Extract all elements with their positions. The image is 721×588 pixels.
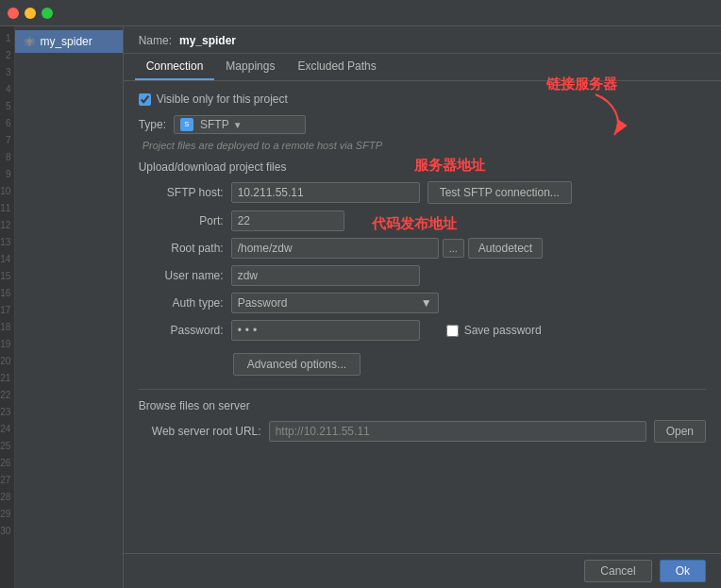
save-password-checkbox[interactable] bbox=[446, 325, 459, 337]
line-9: 9 bbox=[0, 166, 14, 183]
type-label: Type: bbox=[139, 118, 166, 131]
content-area: Name: my_spider Connection Mappings Excl… bbox=[124, 26, 721, 588]
browse-button[interactable]: ... bbox=[443, 239, 464, 258]
line-14: 14 bbox=[0, 251, 14, 268]
line-27: 27 bbox=[0, 472, 14, 489]
auth-type-select[interactable]: Password ▼ bbox=[231, 293, 439, 313]
sidebar-item-my-spider[interactable]: 🕷 my_spider bbox=[15, 30, 122, 53]
line-29: 29 bbox=[0, 506, 14, 523]
line-25: 25 bbox=[0, 438, 14, 455]
sidebar: 🕷 my_spider bbox=[15, 26, 123, 588]
user-name-row: User name: bbox=[139, 265, 706, 286]
line-numbers: 1 2 3 4 5 6 7 8 9 10 11 12 13 14 15 16 1… bbox=[0, 26, 15, 588]
root-path-group: ... Autodetect bbox=[231, 238, 544, 259]
open-button[interactable]: Open bbox=[654, 420, 706, 443]
port-input[interactable] bbox=[231, 210, 344, 231]
line-17: 17 bbox=[0, 302, 14, 319]
line-6: 6 bbox=[0, 115, 14, 132]
line-13: 13 bbox=[0, 234, 14, 251]
password-row: Password: Save password bbox=[139, 320, 706, 341]
line-3: 3 bbox=[0, 64, 14, 81]
auth-type-value: Password bbox=[238, 296, 288, 310]
line-18: 18 bbox=[0, 319, 14, 336]
line-4: 4 bbox=[0, 81, 14, 98]
line-5: 5 bbox=[0, 98, 14, 115]
line-28: 28 bbox=[0, 489, 14, 506]
select-arrow-icon: ▼ bbox=[233, 120, 243, 130]
password-label: Password: bbox=[139, 324, 224, 337]
line-2: 2 bbox=[0, 47, 14, 64]
save-password-row: Save password bbox=[446, 324, 542, 337]
advanced-options-button[interactable]: Advanced options... bbox=[233, 353, 360, 376]
line-7: 7 bbox=[0, 132, 14, 149]
user-name-label: User name: bbox=[139, 269, 224, 282]
auth-select-arrow-icon: ▼ bbox=[421, 296, 432, 310]
line-16: 16 bbox=[0, 285, 14, 302]
form-area: Visible only for this project Type: S SF… bbox=[124, 81, 721, 553]
line-12: 12 bbox=[0, 217, 14, 234]
sftp-host-input[interactable] bbox=[231, 182, 420, 203]
visible-only-checkbox[interactable] bbox=[139, 93, 151, 106]
password-input[interactable] bbox=[231, 320, 420, 341]
test-sftp-button[interactable]: Test SFTP connection... bbox=[428, 181, 572, 204]
line-19: 19 bbox=[0, 336, 14, 353]
visible-only-label: Visible only for this project bbox=[157, 92, 288, 106]
autodetect-button[interactable]: Autodetect bbox=[468, 238, 543, 259]
ok-button[interactable]: Ok bbox=[660, 560, 706, 582]
visible-only-row: Visible only for this project bbox=[139, 92, 706, 106]
auth-type-label: Auth type: bbox=[139, 296, 224, 310]
web-server-row: Web server root URL: Open bbox=[139, 420, 706, 443]
line-23: 23 bbox=[0, 404, 14, 421]
port-row: Port: bbox=[139, 210, 706, 231]
line-21: 21 bbox=[0, 370, 14, 387]
name-label: Name: bbox=[139, 34, 172, 47]
line-22: 22 bbox=[0, 387, 14, 404]
auth-type-row: Auth type: Password ▼ bbox=[139, 293, 706, 313]
root-path-row: Root path: ... Autodetect bbox=[139, 238, 706, 259]
min-btn[interactable] bbox=[25, 8, 36, 19]
type-row: Type: S SFTP ▼ bbox=[139, 115, 706, 134]
type-value: SFTP bbox=[200, 118, 229, 131]
line-30: 30 bbox=[0, 523, 14, 540]
type-select[interactable]: S SFTP ▼ bbox=[174, 115, 306, 134]
spider-icon: 🕷 bbox=[25, 36, 35, 47]
line-8: 8 bbox=[0, 149, 14, 166]
tabs: Connection Mappings Excluded Paths bbox=[124, 54, 721, 81]
web-server-input[interactable] bbox=[269, 421, 646, 442]
sftp-host-label: SFTP host: bbox=[139, 186, 224, 199]
root-path-input[interactable] bbox=[231, 238, 439, 259]
line-24: 24 bbox=[0, 421, 14, 438]
tab-connection[interactable]: Connection bbox=[135, 54, 215, 80]
advanced-options-row: Advanced options... bbox=[139, 347, 706, 376]
sftp-hint: Project files are deployed to a remote h… bbox=[139, 140, 706, 151]
upload-section-label: Upload/download project files bbox=[139, 160, 706, 174]
sftp-icon: S bbox=[180, 118, 193, 131]
port-label: Port: bbox=[139, 214, 224, 227]
root-path-label: Root path: bbox=[139, 242, 224, 255]
save-password-label: Save password bbox=[464, 324, 542, 337]
name-value: my_spider bbox=[179, 34, 236, 47]
line-11: 11 bbox=[0, 200, 14, 217]
tab-excluded-paths[interactable]: Excluded Paths bbox=[286, 54, 387, 80]
max-btn[interactable] bbox=[42, 8, 53, 19]
line-15: 15 bbox=[0, 268, 14, 285]
name-row: Name: my_spider bbox=[124, 26, 721, 54]
tab-mappings[interactable]: Mappings bbox=[214, 54, 286, 80]
close-btn[interactable] bbox=[8, 8, 19, 19]
line-20: 20 bbox=[0, 353, 14, 370]
sftp-host-row: SFTP host: Test SFTP connection... bbox=[139, 181, 706, 204]
line-10: 10 bbox=[0, 183, 14, 200]
browse-section: Browse files on server Web server root U… bbox=[139, 389, 706, 443]
title-bar bbox=[0, 0, 721, 26]
browse-section-label: Browse files on server bbox=[139, 399, 706, 412]
bottom-bar: Cancel Ok bbox=[124, 553, 721, 588]
web-server-label: Web server root URL: bbox=[139, 425, 261, 438]
cancel-button[interactable]: Cancel bbox=[584, 560, 651, 582]
line-1: 1 bbox=[0, 30, 14, 47]
line-26: 26 bbox=[0, 455, 14, 472]
user-name-input[interactable] bbox=[231, 265, 420, 286]
sidebar-item-label: my_spider bbox=[40, 35, 92, 48]
